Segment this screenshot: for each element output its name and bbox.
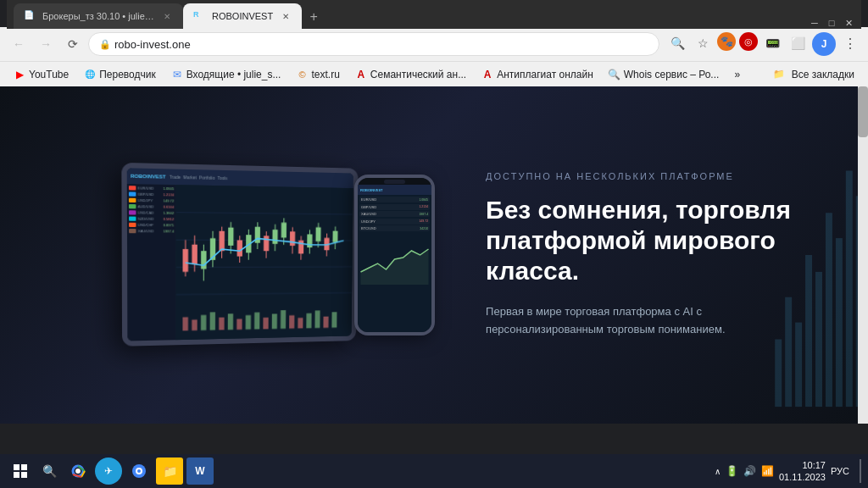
- window-controls: ─ □ ✕: [809, 17, 854, 29]
- minimize-button[interactable]: ─: [809, 17, 821, 29]
- win-square-3: [14, 472, 19, 478]
- hero-description: Первая в мире торговая платформа с AI с …: [486, 303, 757, 339]
- mobile-ticker-3: XAU/USD: [361, 212, 418, 216]
- mobile-ticker-5: BTC/USD: [361, 226, 419, 230]
- ticker-7: USD/CHF: [137, 223, 161, 227]
- clock-time: 10:17: [779, 459, 826, 471]
- mobile-mini-chart: [359, 234, 430, 285]
- tray-volume-icon[interactable]: 🔊: [743, 465, 756, 477]
- bookmark-star-icon[interactable]: ☆: [692, 32, 714, 54]
- ticker-3: USD/JPY: [137, 198, 161, 203]
- forward-button[interactable]: →: [34, 32, 58, 56]
- taskbar-files-icon[interactable]: 📁: [156, 458, 183, 485]
- show-desktop-button[interactable]: [858, 459, 861, 483]
- bookmarks-all-button[interactable]: 📁 Все закладки: [766, 65, 861, 84]
- win-square-2: [21, 464, 27, 470]
- bookmark-whois[interactable]: 🔍 Whois сервис – Ро...: [602, 65, 726, 84]
- account-icon[interactable]: ⬜: [787, 32, 809, 54]
- menu-button[interactable]: ⋮: [839, 32, 861, 54]
- tray-chevron-icon[interactable]: ∧: [715, 467, 721, 476]
- tray-language[interactable]: РУС: [831, 466, 849, 476]
- svg-rect-57: [254, 313, 259, 330]
- tab1-close-btn[interactable]: ✕: [161, 10, 173, 22]
- chart-row-4: AUD/USD 0.6344: [129, 204, 174, 209]
- flag-1: [128, 186, 135, 190]
- tray-wifi-icon[interactable]: 📶: [761, 465, 774, 477]
- flag-2: [128, 191, 135, 196]
- extension-icon-2[interactable]: ◎: [739, 32, 758, 51]
- svg-rect-58: [263, 318, 268, 330]
- price-5: 1.3842: [163, 211, 174, 215]
- tab-1[interactable]: 📄 Брокеры_тз 30.10 • julie_sunsi... ✕: [14, 3, 183, 29]
- scrollbar-thumb[interactable]: [858, 86, 868, 137]
- tab-2[interactable]: R ROBOINVEST ✕: [183, 3, 302, 29]
- ticker-8: XAU/USD: [137, 229, 161, 233]
- svg-point-68: [75, 469, 81, 474]
- search-icon[interactable]: 🔍: [666, 32, 688, 54]
- hero-section: ROBOINVEST Trade Market Portfolio Tools: [0, 86, 868, 424]
- taskbar-chrome2-icon[interactable]: [125, 458, 153, 485]
- nav-item-1: Trade: [169, 175, 180, 180]
- mobile-row-5: BTC/USD 34210: [359, 225, 430, 231]
- profile-button[interactable]: J: [812, 32, 836, 56]
- svg-rect-14: [182, 249, 188, 272]
- back-button[interactable]: ←: [7, 32, 31, 56]
- mobile-app-header: ROBOINVEST: [358, 185, 431, 195]
- price-4: 0.6344: [163, 205, 174, 209]
- page-scrollbar[interactable]: [858, 86, 868, 424]
- title-bar: 📄 Брокеры_тз 30.10 • julie_sunsi... ✕ R …: [0, 0, 868, 27]
- taskbar-word-icon[interactable]: W: [186, 458, 214, 485]
- nav-item-4: Tools: [217, 175, 227, 180]
- cast-icon[interactable]: 📟: [761, 32, 783, 54]
- mobile-ticker-2: GBP/USD: [361, 205, 418, 209]
- tab2-close-btn[interactable]: ✕: [280, 10, 292, 22]
- svg-rect-65: [323, 317, 328, 328]
- svg-rect-40: [298, 241, 303, 254]
- reload-button[interactable]: ⟳: [61, 32, 85, 56]
- system-clock[interactable]: 10:17 01.11.2023: [779, 459, 826, 484]
- svg-rect-26: [236, 240, 242, 256]
- chart-row-2: GBP/USD 1.2134: [128, 191, 173, 197]
- svg-rect-36: [281, 223, 286, 238]
- svg-rect-0: [775, 340, 782, 408]
- chart-row-5: USD/CAD 1.3842: [129, 210, 174, 215]
- taskbar-search-button[interactable]: 🔍: [37, 459, 61, 483]
- mobile-row-1: EUR/USD 1.0845: [359, 197, 430, 202]
- bookmarks-more-button[interactable]: »: [727, 65, 747, 84]
- bookmark-whois-label: Whois сервис – Ро...: [624, 69, 720, 80]
- tab1-label: Брокеры_тз 30.10 • julie_sunsi...: [42, 11, 154, 21]
- bookmark-translator[interactable]: 🌐 Переводчик: [77, 65, 163, 84]
- extension-icon-1[interactable]: 🐾: [717, 32, 736, 51]
- maximize-button[interactable]: □: [826, 17, 837, 29]
- bookmark-semantic[interactable]: A Семантический ан...: [348, 65, 473, 84]
- bookmark-youtube[interactable]: ▶ YouTube: [7, 65, 75, 84]
- chart-row-8: XAU/USD 1987.4: [129, 229, 174, 233]
- svg-rect-49: [182, 317, 187, 330]
- url-bar[interactable]: 🔒 robo-invest.one: [88, 32, 659, 56]
- bookmarks-folder-icon: 📁: [773, 69, 785, 80]
- svg-rect-51: [200, 315, 205, 330]
- mobile-price-1: 1.0845: [419, 198, 428, 202]
- bookmark-antiplagiat-label: Антиплагиат онлайн: [497, 69, 593, 80]
- youtube-favicon: ▶: [14, 69, 25, 80]
- start-button[interactable]: [7, 458, 34, 485]
- svg-rect-16: [192, 245, 197, 265]
- flag-5: [129, 210, 136, 214]
- tablet-screen: ROBOINVEST Trade Market Portfolio Tools: [126, 168, 353, 341]
- close-button[interactable]: ✕: [843, 17, 854, 29]
- svg-rect-34: [272, 230, 277, 244]
- svg-rect-63: [306, 313, 311, 329]
- svg-rect-52: [209, 312, 214, 330]
- bookmark-inbox[interactable]: ✉ Входящие • julie_s...: [164, 65, 288, 84]
- bookmarks-bar: ▶ YouTube 🌐 Переводчик ✉ Входящие • juli…: [0, 61, 868, 86]
- mobile-notch-inner: [384, 180, 405, 184]
- mobile-price-5: 34210: [420, 227, 428, 230]
- new-tab-button[interactable]: +: [302, 5, 326, 29]
- taskbar-chrome-icon[interactable]: [64, 458, 92, 485]
- bookmark-textru[interactable]: © text.ru: [289, 65, 346, 84]
- svg-rect-64: [314, 311, 320, 329]
- bookmark-antiplagiat[interactable]: A Антиплагиат онлайн: [475, 65, 600, 84]
- svg-rect-32: [264, 236, 269, 251]
- svg-rect-66: [331, 312, 337, 328]
- taskbar-telegram-icon[interactable]: ✈: [95, 458, 122, 485]
